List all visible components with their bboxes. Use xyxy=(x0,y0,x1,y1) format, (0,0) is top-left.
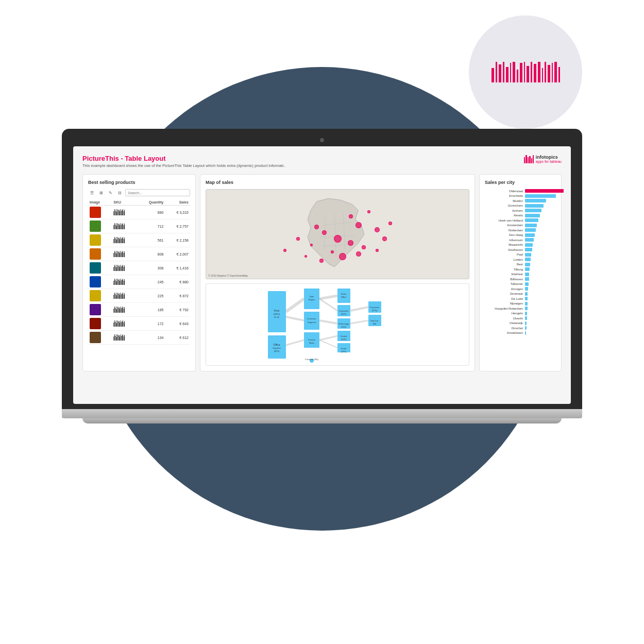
svg-text:Central: Central xyxy=(341,335,347,337)
sales-dot xyxy=(349,214,353,218)
product-sku-barcode xyxy=(113,334,134,341)
list-view-icon[interactable]: ☰ xyxy=(88,189,95,196)
product-sales: € 2,158 xyxy=(165,233,190,247)
product-sales: € 2,007 xyxy=(165,247,190,261)
table-row: 185€ 792 xyxy=(88,303,190,317)
city-bar-row: Oisterwijk xyxy=(485,321,556,325)
city-bar-row: Den Haag xyxy=(485,233,556,237)
city-name: Ekehaar xyxy=(485,273,525,276)
city-bar-wrap xyxy=(525,228,556,232)
city-bar xyxy=(525,224,537,227)
netherlands-svg xyxy=(206,190,469,279)
dashboard-title: PictureThis - Table Layout xyxy=(82,155,285,162)
product-image xyxy=(90,262,101,274)
city-bar xyxy=(525,297,528,300)
sankey-svg: Print (100%) €1.1k Office Supplies (40%)… xyxy=(208,286,467,363)
grid-view-icon[interactable]: ⊞ xyxy=(97,189,105,196)
best-selling-panel: Best selling products ☰ ⊞ ✎ ⊟ xyxy=(82,174,196,371)
svg-line-26 xyxy=(286,340,304,345)
col-quantity: Quantity xyxy=(136,199,165,206)
product-sku-barcode xyxy=(113,223,134,229)
city-bar-wrap xyxy=(525,253,556,257)
city-bar-row: Best xyxy=(485,263,556,266)
map-title: Map of sales xyxy=(206,180,469,185)
city-bar xyxy=(525,209,541,212)
svg-line-43 xyxy=(319,299,337,311)
city-name: Den Haag xyxy=(485,233,525,236)
city-name: Oisterwijk xyxy=(485,321,525,325)
city-name: Amsterdam xyxy=(485,224,525,227)
city-bar xyxy=(525,204,544,208)
city-bar xyxy=(525,273,529,276)
city-bar xyxy=(525,253,531,257)
city-bar-wrap xyxy=(525,292,556,296)
panels-container: Best selling products ☰ ⊞ ✎ ⊟ xyxy=(82,174,562,371)
svg-line-44 xyxy=(319,320,337,324)
svg-text:€34: €34 xyxy=(373,323,377,325)
city-bar-row: Rotterdam xyxy=(485,228,556,232)
col-sku: SKU xyxy=(112,199,135,206)
edit-icon[interactable]: ✎ xyxy=(107,189,114,196)
city-bar xyxy=(525,282,529,286)
svg-text:(10%): (10%) xyxy=(341,350,347,353)
city-bar-wrap xyxy=(525,189,564,193)
search-input[interactable] xyxy=(125,189,190,196)
sales-city-panel: Sales per city OldenzaalEnschedeMuidenGo… xyxy=(479,174,562,371)
city-bar-row: Hoek van Holland xyxy=(485,218,556,222)
city-name: Arnhem xyxy=(485,209,525,212)
svg-text:Date: Date xyxy=(310,295,314,298)
logo-name: infotopics xyxy=(536,155,562,160)
city-bar-wrap xyxy=(525,209,556,212)
svg-text:€1.1k: €1.1k xyxy=(274,316,279,318)
city-bar xyxy=(525,238,534,242)
svg-text:(21%): (21%) xyxy=(341,313,347,315)
city-bar-row: Oldenzaal xyxy=(485,189,556,193)
svg-text:Segment: Segment xyxy=(308,321,316,324)
product-image xyxy=(90,332,101,343)
sales-dot xyxy=(331,250,334,253)
product-quantity: 808 xyxy=(136,247,165,261)
product-quantity: 308 xyxy=(136,261,165,275)
logo-sub: apps for tableau xyxy=(536,160,562,163)
city-name: Dirschot xyxy=(485,327,525,330)
logo-circle xyxy=(469,15,582,129)
city-name: Utrecht xyxy=(485,317,525,320)
city-bar xyxy=(525,326,527,330)
city-name: Gorinchem xyxy=(485,204,525,207)
laptop: PictureThis - Table Layout This example … xyxy=(62,129,582,423)
city-name: Bilthoven xyxy=(485,278,525,281)
laptop-screen: PictureThis - Table Layout This example … xyxy=(73,146,571,404)
sales-dot xyxy=(376,249,379,252)
city-bar xyxy=(525,194,556,198)
middle-panel: Map of sales xyxy=(200,174,475,371)
product-sales: € 612 xyxy=(165,331,190,345)
city-bar-row: Gorinchem xyxy=(485,204,556,208)
city-bar xyxy=(525,331,526,335)
sales-dot xyxy=(334,235,342,243)
sales-dot xyxy=(356,251,361,257)
svg-text:Corporate: Corporate xyxy=(370,306,380,309)
city-name: Best xyxy=(485,263,525,266)
map-copyright: © 2022 Mapbox © OpenStreetMap xyxy=(208,274,248,277)
svg-text:Furniture (8%): Furniture (8%) xyxy=(305,358,318,361)
svg-line-24 xyxy=(286,299,304,312)
city-bar-row: Drongen xyxy=(485,287,556,291)
city-bar-row: Muiden xyxy=(485,199,556,202)
print-icon[interactable]: ⊟ xyxy=(116,189,123,196)
city-bar-row: Zevenaar xyxy=(485,292,556,296)
city-bar-row: Tilburg xyxy=(485,267,556,271)
city-name: Drongen xyxy=(485,287,525,291)
city-bar xyxy=(525,189,564,193)
city-bar-row: Amstelveen xyxy=(485,331,556,335)
city-bar-row: Ekehaar xyxy=(485,273,556,276)
product-table: Image SKU Quantity Sales 880€ 3,315712€ … xyxy=(88,199,190,345)
city-name: Hengelo xyxy=(485,312,525,315)
city-bar xyxy=(525,233,535,237)
product-quantity: 134 xyxy=(136,331,165,345)
product-image xyxy=(90,221,101,232)
city-bar xyxy=(525,292,528,296)
svg-text:(11%): (11%) xyxy=(341,338,347,341)
sales-dot xyxy=(375,227,380,232)
city-name: Maastricht xyxy=(485,243,525,246)
svg-line-54 xyxy=(350,320,368,324)
